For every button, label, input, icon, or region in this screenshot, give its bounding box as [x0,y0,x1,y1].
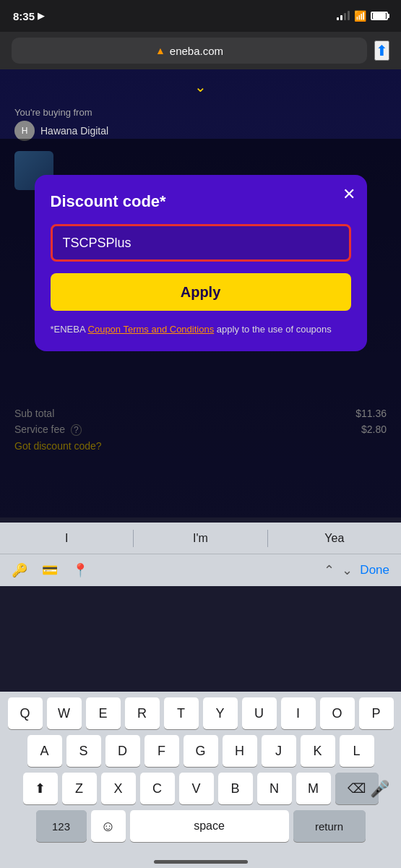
browser-bar: ▲ eneba.com ⬆ [0,32,401,69]
terms-link[interactable]: Coupon Terms and Conditions [88,324,215,335]
key-icon[interactable]: 🔑 [12,562,27,578]
page-background: ⌄ You're buying from H Hawana Digital Di… [0,69,401,517]
seller-name: Hawana Digital [40,125,108,137]
discount-code-input[interactable] [51,224,351,262]
autocomplete-bar: I I'm Yea [0,523,401,554]
key-S[interactable]: S [66,735,101,767]
status-time: 8:35 ▶ [13,10,44,22]
time-label: 8:35 [13,10,35,22]
return-key[interactable]: return [293,810,366,842]
apply-button[interactable]: Apply [51,273,351,311]
terms-text: *ENEBA Coupon Terms and Conditions apply… [51,322,351,337]
status-bar: 8:35 ▶ 📶 [0,0,401,32]
key-L[interactable]: L [340,735,374,767]
seller-avatar: H [14,121,35,141]
url-text: eneba.com [170,45,223,57]
keyboard-toolbar: 🔑 💳 📍 ⌃ ⌄ Done [0,554,401,586]
battery-icon [371,12,388,20]
key-R[interactable]: R [125,697,160,729]
signal-icon [337,12,350,20]
keyboard-row-3: ⬆ Z X C V B N M ⌫ [3,773,398,804]
done-button[interactable]: Done [360,563,389,577]
key-G[interactable]: G [184,735,218,767]
seller-row: H Hawana Digital [14,121,387,141]
toolbar-left: 🔑 💳 📍 [12,562,312,578]
key-T[interactable]: T [164,697,199,729]
chevron-down-area[interactable]: ⌄ [0,69,401,101]
key-U[interactable]: U [242,697,277,729]
key-W[interactable]: W [47,697,82,729]
autocomplete-word-1[interactable]: I [0,532,133,545]
keyboard-row-1: Q W E R T Y U I O P [3,697,398,729]
buying-from-label: You're buying from [14,107,387,118]
key-K[interactable]: K [301,735,335,767]
location-arrow-icon: ▶ [38,11,44,21]
key-A[interactable]: A [27,735,62,767]
nav-down-icon[interactable]: ⌄ [342,562,353,578]
keyboard-row-4: 123 ☺ space return [3,810,398,842]
keyboard: Q W E R T Y U I O P A S D F G H J K L ⬆ … [0,692,401,868]
space-key[interactable]: space [130,810,289,842]
key-F[interactable]: F [145,735,179,767]
emoji-key[interactable]: ☺ [91,810,126,842]
mic-button[interactable]: 🎤 [370,780,389,799]
key-D[interactable]: D [105,735,140,767]
keyboard-row-2: A S D F G H J K L [3,735,398,767]
shift-icon: ⬆ [35,781,46,796]
key-C[interactable]: C [140,773,175,804]
close-button[interactable]: ✕ [342,186,355,202]
key-M[interactable]: M [296,773,331,804]
key-Y[interactable]: Y [203,697,238,729]
key-J[interactable]: J [262,735,296,767]
wifi-icon: 📶 [354,10,366,22]
key-H[interactable]: H [223,735,257,767]
key-B[interactable]: B [218,773,253,804]
num-key[interactable]: 123 [36,810,87,842]
home-indicator [154,860,248,864]
shift-key[interactable]: ⬆ [23,773,58,804]
modal-overlay: Discount code* ✕ Apply *ENEBA Coupon Ter… [0,139,401,517]
discount-modal: Discount code* ✕ Apply *ENEBA Coupon Ter… [35,175,367,351]
autocomplete-word-3[interactable]: Yea [268,532,401,545]
url-bar[interactable]: ▲ eneba.com [12,38,367,64]
key-E[interactable]: E [86,697,121,729]
nav-up-icon[interactable]: ⌃ [324,562,335,578]
key-X[interactable]: X [101,773,136,804]
terms-prefix: *ENEBA [51,324,88,335]
key-V[interactable]: V [179,773,214,804]
key-Q[interactable]: Q [8,697,43,729]
location-icon[interactable]: 📍 [72,562,88,578]
toolbar-right: ⌃ ⌄ Done [324,562,389,578]
autocomplete-word-2[interactable]: I'm [134,532,267,545]
card-icon[interactable]: 💳 [42,562,58,578]
warning-icon: ▲ [155,45,165,56]
chevron-down-icon: ⌄ [194,78,207,95]
key-N[interactable]: N [257,773,292,804]
terms-suffix: apply to the use of coupons [214,324,332,335]
key-O[interactable]: O [320,697,355,729]
key-P[interactable]: P [359,697,394,729]
key-I[interactable]: I [281,697,316,729]
status-icons: 📶 [337,10,388,22]
modal-title: Discount code* [51,192,351,211]
key-Z[interactable]: Z [62,773,97,804]
share-button[interactable]: ⬆ [374,40,389,61]
